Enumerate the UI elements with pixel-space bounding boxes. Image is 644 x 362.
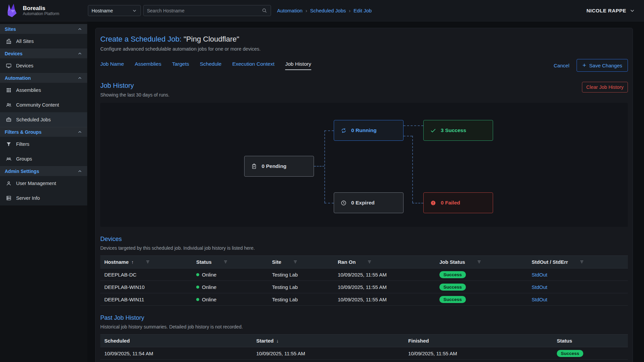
- column-header-finished[interactable]: Finished: [404, 338, 553, 344]
- section-label: Sites: [5, 26, 16, 32]
- sidebar-item-filters[interactable]: Filters: [0, 137, 87, 152]
- top-bar: Borealis Automation Platform Hostname Au…: [0, 0, 644, 21]
- chevron-up-icon: [77, 169, 83, 174]
- sidebar-section-sites[interactable]: Sites: [0, 24, 87, 34]
- sidebar-item-label: Community Content: [16, 102, 59, 108]
- online-status-dot: [196, 273, 199, 276]
- sidebar-section-devices[interactable]: Devices: [0, 49, 87, 58]
- column-header-stdout-stderr[interactable]: StdOut / StdErr: [528, 259, 628, 265]
- search-input[interactable]: [147, 8, 262, 13]
- sidebar-section-admin-settings[interactable]: Admin Settings: [0, 166, 87, 176]
- device-ran-on: 10/09/2025, 11:55 AM: [338, 284, 387, 290]
- section-label: Admin Settings: [5, 169, 39, 174]
- apps-grid-icon: [6, 87, 12, 93]
- tab-targets[interactable]: Targets: [172, 61, 189, 70]
- tab-job-history[interactable]: Job History: [285, 61, 311, 70]
- chevron-up-icon: [77, 51, 83, 56]
- column-label: Job Status: [439, 259, 465, 265]
- connector-line: [324, 130, 334, 131]
- past-job-history-subheading: Historical job history summaries. Detail…: [100, 324, 628, 329]
- tab-job-name[interactable]: Job Name: [100, 61, 124, 70]
- sidebar-item-user-management[interactable]: User Management: [0, 176, 87, 191]
- sidebar-item-label: Filters: [16, 141, 29, 147]
- section-label: Devices: [5, 51, 22, 56]
- tab-execution-context[interactable]: Execution Context: [232, 61, 274, 70]
- connector-line: [404, 136, 412, 136]
- flow-node-running[interactable]: 0 Running: [334, 120, 404, 141]
- column-filter-icon[interactable]: [145, 259, 150, 264]
- column-header-status[interactable]: Status: [192, 259, 268, 265]
- breadcrumb: Automation › Scheduled Jobs › Edit Job: [277, 8, 372, 13]
- stdout-link[interactable]: StdOut: [532, 272, 547, 278]
- hostname-select-value: Hostname: [92, 8, 113, 13]
- clear-job-history-button[interactable]: Clear Job History: [582, 82, 628, 93]
- column-label: Started: [256, 338, 274, 344]
- sidebar-section-filters-groups[interactable]: Filters & Groups: [0, 127, 87, 137]
- sidebar-section-automation[interactable]: Automation: [0, 73, 87, 83]
- online-status-dot: [196, 298, 199, 301]
- column-filter-icon[interactable]: [477, 259, 482, 264]
- sort-ascending-icon[interactable]: ↑: [131, 259, 134, 265]
- column-header-job-status[interactable]: Job Status: [435, 259, 528, 265]
- sidebar-item-label: User Management: [16, 181, 56, 186]
- breadcrumb-scheduled-jobs[interactable]: Scheduled Jobs: [310, 8, 346, 13]
- sidebar-item-label: Scheduled Jobs: [16, 117, 51, 122]
- page-title-prefix: Create a Scheduled Job:: [100, 35, 181, 43]
- sidebar-item-scheduled-jobs[interactable]: Scheduled Jobs: [0, 112, 87, 127]
- check-success-icon: [430, 127, 436, 134]
- column-filter-icon[interactable]: [579, 259, 584, 264]
- column-filter-icon[interactable]: [367, 259, 372, 264]
- sidebar-item-server-info[interactable]: Server Info: [0, 191, 87, 205]
- device-hostname: DEEPLAB-DC: [104, 272, 137, 278]
- column-header-started[interactable]: Started ↓: [252, 338, 404, 344]
- flow-node-label: 0 Running: [351, 127, 377, 133]
- table-row: DEEPLAB-WIN11 Online Testing Lab 10/09/2…: [100, 293, 628, 306]
- people-icon: [6, 102, 12, 108]
- flow-node-failed[interactable]: 0 Failed: [423, 192, 493, 213]
- save-changes-button[interactable]: + Save Changes: [577, 59, 628, 72]
- sidebar-item-devices[interactable]: Devices: [0, 58, 87, 73]
- column-label: Scheduled: [104, 338, 130, 344]
- column-header-status[interactable]: Status: [553, 338, 628, 344]
- cancel-button[interactable]: Cancel: [554, 63, 570, 68]
- tab-schedule[interactable]: Schedule: [200, 61, 222, 70]
- connector-line: [404, 125, 423, 126]
- brand-subtitle: Automation Platform: [23, 11, 59, 16]
- hostname-filter-select[interactable]: Hostname: [88, 5, 141, 16]
- sidebar: Sites All Sites Devices Devices Automati…: [0, 21, 87, 362]
- hostname-search-box[interactable]: [143, 5, 271, 16]
- devices-table-header: Hostname ↑ Status Site: [100, 255, 628, 268]
- devices-subheading: Devices targeted by this scheduled job. …: [100, 245, 628, 251]
- stdout-link[interactable]: StdOut: [532, 297, 547, 302]
- flow-node-expired[interactable]: 0 Expired: [334, 192, 404, 213]
- section-label: Filters & Groups: [5, 129, 42, 135]
- device-hostname: DEEPLAB-WIN11: [104, 297, 144, 302]
- column-header-ran-on[interactable]: Ran On: [334, 259, 435, 265]
- device-ran-on: 10/09/2025, 11:55 AM: [338, 272, 387, 278]
- borealis-rabbit-logo-icon: [4, 3, 19, 18]
- tab-assemblies[interactable]: Assemblies: [135, 61, 161, 70]
- user-menu[interactable]: NICOLE RAPPE: [586, 8, 635, 14]
- device-status: Online: [202, 284, 216, 290]
- flow-node-pending[interactable]: 0 Pending: [244, 156, 314, 177]
- filter-icon: [6, 141, 12, 147]
- breadcrumb-separator: ›: [349, 8, 351, 13]
- past-job-history-table: Scheduled Started ↓ Finished Status 10/0…: [100, 334, 628, 360]
- column-filter-icon[interactable]: [293, 259, 298, 264]
- breadcrumb-automation[interactable]: Automation: [277, 8, 303, 13]
- column-header-site[interactable]: Site: [268, 259, 334, 265]
- sidebar-item-community-content[interactable]: Community Content: [0, 98, 87, 112]
- sidebar-item-groups[interactable]: Groups: [0, 152, 87, 166]
- search-icon[interactable]: [262, 8, 267, 13]
- column-header-hostname[interactable]: Hostname ↑: [100, 259, 192, 265]
- history-started: 10/09/2025, 11:55 AM: [256, 351, 305, 356]
- sidebar-item-all-sites[interactable]: All Sites: [0, 34, 87, 49]
- breadcrumb-edit-job[interactable]: Edit Job: [354, 8, 372, 13]
- flow-node-success[interactable]: 3 Success: [423, 120, 493, 141]
- brand-name: Borealis: [23, 5, 59, 12]
- column-header-scheduled[interactable]: Scheduled: [100, 338, 252, 344]
- sort-descending-icon[interactable]: ↓: [276, 338, 279, 344]
- stdout-link[interactable]: StdOut: [532, 284, 547, 290]
- column-filter-icon[interactable]: [223, 259, 228, 264]
- sidebar-item-assemblies[interactable]: Assemblies: [0, 83, 87, 98]
